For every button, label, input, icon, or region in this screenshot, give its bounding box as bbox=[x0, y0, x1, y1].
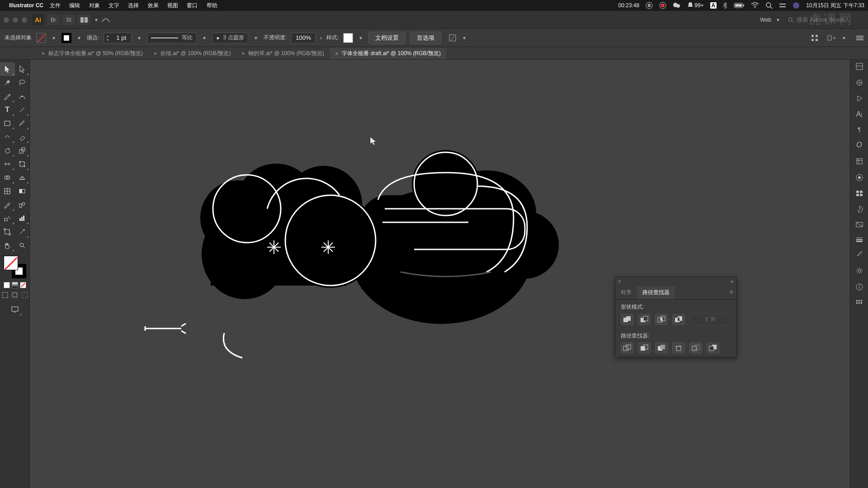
close-icon[interactable]: × bbox=[241, 51, 245, 57]
input-method-icon[interactable]: A bbox=[710, 2, 717, 9]
align-to-icon[interactable] bbox=[448, 34, 457, 42]
symbol-sprayer-tool[interactable] bbox=[0, 211, 15, 225]
lasso-tool[interactable] bbox=[15, 76, 30, 89]
column-graph-tool[interactable] bbox=[15, 211, 30, 225]
gpu-preview-icon[interactable] bbox=[99, 14, 112, 25]
scale-tool[interactable] bbox=[15, 144, 30, 157]
spotlight-icon[interactable] bbox=[765, 2, 773, 9]
hand-tool[interactable] bbox=[0, 239, 15, 252]
pen-tool[interactable] bbox=[0, 89, 15, 103]
curvature-tool[interactable] bbox=[15, 89, 30, 103]
stroke-panel-icon[interactable] bbox=[855, 236, 863, 242]
menu-effect[interactable]: 效果 bbox=[148, 2, 159, 9]
window-controls[interactable] bbox=[4, 17, 27, 23]
properties-panel-icon[interactable] bbox=[855, 62, 863, 70]
mesh-tool[interactable] bbox=[0, 184, 15, 198]
character-panel-icon[interactable]: A| bbox=[856, 110, 862, 118]
panel-menu-icon[interactable]: ≡ bbox=[726, 286, 736, 299]
selection-tool[interactable] bbox=[0, 62, 15, 76]
brush-definition[interactable]: ● 3 点圆形 bbox=[212, 33, 248, 43]
wechat-icon[interactable] bbox=[673, 2, 681, 9]
arrange-documents-dropdown[interactable]: ▾ bbox=[93, 17, 99, 23]
opentype-panel-icon[interactable]: O bbox=[856, 141, 862, 149]
none-mode-icon[interactable] bbox=[20, 282, 26, 288]
fill-dropdown[interactable]: ▾ bbox=[51, 35, 57, 41]
slice-tool[interactable] bbox=[15, 225, 30, 239]
close-icon[interactable]: × bbox=[335, 51, 338, 57]
menu-type[interactable]: 文字 bbox=[108, 2, 119, 9]
close-icon[interactable]: × bbox=[154, 51, 157, 57]
paragraph-panel-icon[interactable]: ¶ bbox=[858, 127, 860, 133]
app-name[interactable]: Illustrator CC bbox=[9, 2, 43, 9]
free-transform-tool[interactable] bbox=[15, 157, 30, 171]
stroke-weight-field[interactable]: ▴▾ bbox=[104, 33, 132, 43]
document-tab[interactable]: ×字体全能番 draft.ai* @ 100% (RGB/预览) bbox=[330, 48, 446, 59]
close-icon[interactable]: × bbox=[618, 278, 621, 285]
opacity-input[interactable] bbox=[291, 33, 316, 43]
menu-edit[interactable]: 编辑 bbox=[69, 2, 80, 9]
menu-window[interactable]: 窗口 bbox=[187, 2, 198, 9]
artboard-tool[interactable] bbox=[0, 225, 15, 239]
isolate-icon[interactable] bbox=[827, 34, 836, 42]
arrange-documents-icon[interactable] bbox=[78, 14, 90, 25]
document-profile[interactable]: Web bbox=[760, 17, 771, 23]
intersect-button[interactable] bbox=[655, 314, 668, 325]
collapse-icon[interactable]: « bbox=[731, 278, 734, 285]
merge-button[interactable] bbox=[655, 343, 668, 353]
align-panel-icon[interactable] bbox=[855, 299, 863, 306]
fill-swatch[interactable] bbox=[36, 33, 46, 43]
record-icon[interactable] bbox=[659, 2, 666, 9]
gradient-panel-icon[interactable] bbox=[855, 221, 863, 228]
bridge-icon[interactable]: Br bbox=[47, 14, 60, 25]
brush-dropdown[interactable]: ▾ bbox=[253, 35, 259, 41]
search-input[interactable] bbox=[797, 16, 864, 23]
zoom-tool[interactable] bbox=[15, 239, 30, 252]
stroke-weight-input[interactable] bbox=[111, 34, 131, 41]
menu-object[interactable]: 对象 bbox=[89, 2, 100, 9]
shape-builder-tool[interactable] bbox=[0, 171, 15, 184]
perspective-grid-tool[interactable] bbox=[15, 171, 30, 184]
transform-panel-icon[interactable] bbox=[811, 34, 818, 42]
actions-panel-icon[interactable] bbox=[856, 95, 863, 102]
type-tool[interactable]: T bbox=[0, 103, 15, 117]
draw-behind-icon[interactable] bbox=[11, 291, 19, 299]
clock-text[interactable]: 10月15日 周五 下午7:33 bbox=[806, 2, 864, 9]
stroke-weight-dropdown[interactable]: ▾ bbox=[136, 35, 142, 41]
stroke-swatch[interactable] bbox=[61, 33, 71, 43]
color-panel-icon[interactable] bbox=[855, 205, 863, 213]
info-panel-icon[interactable] bbox=[855, 283, 863, 291]
outline-button[interactable] bbox=[689, 343, 702, 353]
battery-icon[interactable] bbox=[734, 3, 745, 8]
stroke-dropdown[interactable]: ▾ bbox=[76, 35, 82, 41]
brushes-panel-icon[interactable] bbox=[855, 250, 863, 258]
canvas[interactable]: × « 对齐 路径查找器 ≡ 形状模式: 扩展 路径查找器: bbox=[30, 60, 850, 488]
draw-inside-icon[interactable] bbox=[21, 291, 29, 299]
paintbrush-tool[interactable] bbox=[15, 117, 30, 130]
menu-select[interactable]: 选择 bbox=[128, 2, 139, 9]
bluetooth-icon[interactable] bbox=[723, 2, 727, 9]
menu-file[interactable]: 文件 bbox=[50, 2, 61, 9]
rectangle-tool[interactable] bbox=[0, 117, 15, 130]
align-to-dropdown[interactable]: ▾ bbox=[461, 35, 467, 41]
tab-pathfinder[interactable]: 路径查找器 bbox=[637, 286, 675, 299]
opacity-popup-icon[interactable]: › bbox=[320, 35, 322, 41]
control-center-icon[interactable] bbox=[779, 3, 786, 8]
direct-selection-tool[interactable] bbox=[15, 62, 30, 76]
appearance-panel-icon[interactable] bbox=[855, 174, 863, 182]
crop-button[interactable] bbox=[672, 343, 685, 353]
unite-button[interactable] bbox=[621, 314, 633, 325]
tab-align[interactable]: 对齐 bbox=[615, 286, 637, 299]
profile-dropdown[interactable]: ▾ bbox=[201, 35, 208, 41]
document-tab[interactable]: ×钢的琴.ai* @ 100% (RGB/预览) bbox=[236, 48, 330, 59]
notification-icon[interactable]: 99+ bbox=[687, 2, 703, 9]
pathfinder-panel[interactable]: × « 对齐 路径查找器 ≡ 形状模式: 扩展 路径查找器: bbox=[615, 277, 737, 357]
trim-button[interactable] bbox=[638, 343, 651, 353]
divide-button[interactable] bbox=[621, 343, 633, 353]
libraries-panel-icon[interactable] bbox=[855, 79, 863, 87]
gradient-tool[interactable] bbox=[15, 184, 30, 198]
exclude-button[interactable] bbox=[672, 314, 685, 325]
width-tool[interactable] bbox=[0, 157, 15, 171]
document-tab[interactable]: ×折纸.ai* @ 100% (RGB/预览) bbox=[148, 48, 236, 59]
variable-width-profile[interactable]: 等比 bbox=[147, 33, 197, 43]
eyedropper-tool[interactable] bbox=[0, 198, 15, 211]
